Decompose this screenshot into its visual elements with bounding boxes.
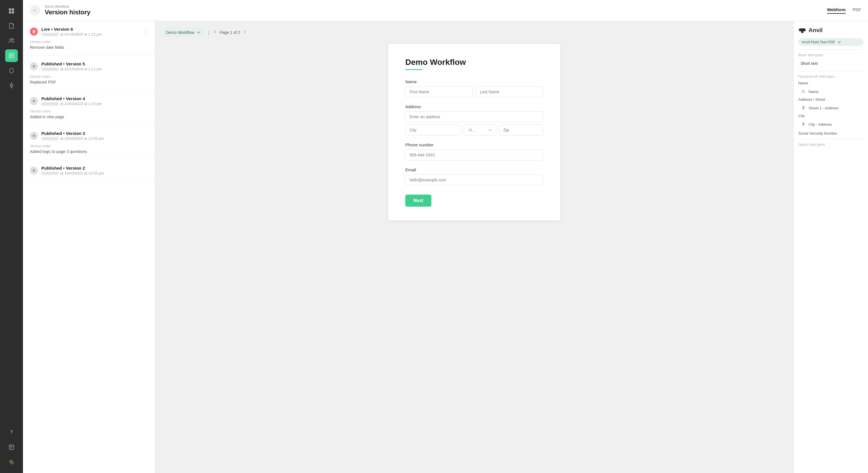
name-label: Name <box>405 79 543 84</box>
right-panel: Anvil Anvil Field Test PDF Basic field t… <box>794 21 868 473</box>
city-field-label: City - Address <box>809 122 832 127</box>
people-icon[interactable] <box>5 34 18 47</box>
pixel-icon[interactable] <box>5 456 18 468</box>
version-item[interactable]: Published • Version 3 at 10/03/2023 at 1… <box>23 125 155 160</box>
version-header: Live • Version 6 at 01/16/2024 at 1:12 p… <box>30 27 148 36</box>
address-row: St... <box>405 125 543 135</box>
svg-point-4 <box>10 39 11 40</box>
version-more-button[interactable]: ⋮ <box>143 29 148 34</box>
version-date: at 10/03/2023 at 1:10 pm <box>41 102 102 106</box>
street-field-label: Street 1 - Address <box>809 106 838 110</box>
main-content: ← Demo Workflow Version history Webform … <box>23 0 868 473</box>
top-header: ← Demo Workflow Version history Webform … <box>23 0 868 21</box>
address-label: Address <box>405 104 543 109</box>
page-label: Page 1 of 2 <box>220 30 240 35</box>
version-notes-label: Version notes <box>30 144 148 148</box>
svg-rect-14 <box>33 65 35 67</box>
version-dot <box>30 166 38 175</box>
divider <box>798 139 863 139</box>
phone-input[interactable] <box>405 150 543 160</box>
version-date: at 01/16/2024 at 1:11 pm <box>41 67 102 71</box>
svg-rect-1 <box>12 8 14 11</box>
basic-field-label: Basic field types <box>798 53 863 57</box>
address-field-group: Address St... <box>405 104 543 135</box>
header-subtitle: Demo Workflow <box>45 5 823 9</box>
tab-webform[interactable]: Webform <box>827 7 846 14</box>
version-title-row: Published • Version 3 at 10/03/2023 at 1… <box>30 131 104 140</box>
page-prev-button[interactable] <box>213 30 217 35</box>
version-date: at 10/03/2023 at 12:55 pm <box>41 136 104 140</box>
version-item[interactable]: Live • Version 6 at 01/16/2024 at 1:12 p… <box>23 21 155 56</box>
page-title: Version history <box>45 9 823 16</box>
svg-rect-15 <box>33 100 35 102</box>
version-label: Published • Version 4 <box>41 96 102 101</box>
city-field-item[interactable]: City - Address <box>798 120 863 129</box>
svg-rect-18 <box>801 31 803 33</box>
sidebar-nav: ? <box>0 0 23 473</box>
version-title-row: Published • Version 2 at 10/03/2023 at 1… <box>30 166 104 176</box>
personal-field-label: Personal info field types <box>798 75 863 78</box>
state-select[interactable]: St... <box>464 125 496 135</box>
table-icon[interactable] <box>5 441 18 453</box>
city-section-label: City <box>798 114 863 118</box>
templates-icon[interactable] <box>5 64 18 77</box>
personal-field-section: Personal info field types Name Name Addr… <box>798 75 863 135</box>
email-field-group: Email <box>405 167 543 185</box>
city-input[interactable] <box>405 125 461 135</box>
version-notes-text: Added logic to page 3 questions <box>30 149 148 154</box>
city-location-icon <box>801 121 806 127</box>
lightning-icon[interactable] <box>5 79 18 92</box>
version-item[interactable]: Published • Version 5 at 01/16/2024 at 1… <box>23 56 155 90</box>
short-text-field[interactable]: Short text <box>798 59 863 67</box>
version-date: at 01/16/2024 at 1:12 pm <box>41 32 102 36</box>
version-label: Published • Version 3 <box>41 131 104 136</box>
first-name-input[interactable] <box>405 86 473 97</box>
svg-rect-8 <box>9 461 10 462</box>
anvil-logo-text: Anvil <box>809 27 823 34</box>
header-tabs: Webform PDF <box>827 7 861 14</box>
divider: | <box>208 30 210 36</box>
version-notes-label: Version notes <box>30 109 148 114</box>
tab-pdf[interactable]: PDF <box>852 7 861 14</box>
version-title-row: Live • Version 6 at 01/16/2024 at 1:12 p… <box>30 27 102 36</box>
logo-icon[interactable] <box>5 5 18 17</box>
version-dot <box>30 62 38 70</box>
pdf-dropdown-label: Anvil Field Test PDF <box>802 40 835 44</box>
option-field-label: Option field types <box>798 143 863 147</box>
zip-input[interactable] <box>499 125 543 135</box>
email-input[interactable] <box>405 175 543 185</box>
webform-card: Demo Workflow Name Address <box>388 44 560 220</box>
page-next-button[interactable] <box>243 30 247 35</box>
svg-rect-17 <box>33 169 35 171</box>
version-label: Published • Version 5 <box>41 61 102 66</box>
street-field-item[interactable]: Street 1 - Address <box>798 103 863 113</box>
webform-preview: Demo Workflow | Page 1 of 2 Demo Workflo… <box>155 21 794 473</box>
name-field-item[interactable]: Name <box>798 87 863 96</box>
email-label: Email <box>405 167 543 172</box>
svg-rect-11 <box>10 462 11 463</box>
workflow-dropdown[interactable]: Demo Workflow <box>162 28 205 37</box>
version-header: Published • Version 4 at 10/03/2023 at 1… <box>30 96 148 106</box>
back-button[interactable]: ← <box>30 5 40 15</box>
help-icon[interactable]: ? <box>5 426 18 439</box>
person-icon <box>801 89 806 94</box>
ssn-label: Social Security Number <box>798 131 863 135</box>
version-notes-text: Remove date fields <box>30 45 148 50</box>
document-icon[interactable] <box>5 20 18 32</box>
svg-rect-2 <box>9 11 11 13</box>
svg-rect-10 <box>11 461 12 462</box>
version-item[interactable]: Published • Version 4 at 10/03/2023 at 1… <box>23 90 155 125</box>
version-panel: Live • Version 6 at 01/16/2024 at 1:12 p… <box>23 21 155 473</box>
phone-field-group: Phone number <box>405 143 543 160</box>
header-title-area: Demo Workflow Version history <box>45 5 823 16</box>
option-field-section: Option field types <box>798 143 863 147</box>
version-notes-label: Version notes <box>30 40 148 44</box>
last-name-input[interactable] <box>476 86 543 97</box>
pdf-dropdown[interactable]: Anvil Field Test PDF <box>798 38 863 46</box>
next-button[interactable]: Next <box>405 195 431 207</box>
address-street-section-label: Address • Street <box>798 97 863 102</box>
basic-field-section: Basic field types Short text <box>798 53 863 67</box>
forms-icon[interactable] <box>5 50 18 62</box>
address-input[interactable] <box>405 112 543 122</box>
version-item[interactable]: Published • Version 2 at 10/03/2023 at 1… <box>23 160 155 181</box>
